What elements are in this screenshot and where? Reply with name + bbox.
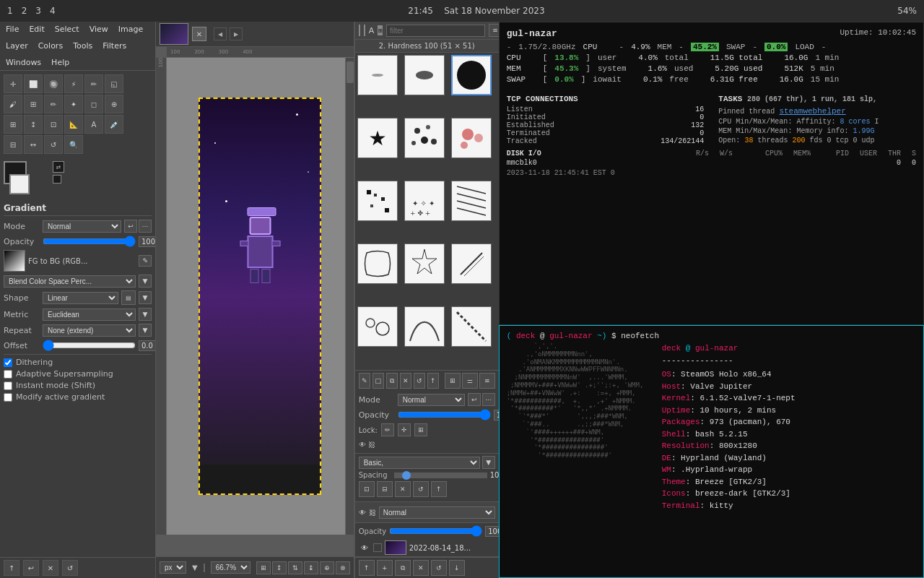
tool-pattern[interactable]: ⊞ [24,95,43,113]
tool-paint[interactable]: 🖌 [4,95,22,113]
tool-eraser[interactable]: ◻ [84,95,103,113]
pinned-thread-link[interactable]: steamwebhelper [779,107,845,116]
canvas-btn-6[interactable]: ⊗ [336,561,350,574]
delete-btn[interactable]: ✕ [43,560,58,576]
brush-paint-btn-1[interactable]: ⊞ [445,373,461,389]
brush-mode-more[interactable]: ⋯ [482,393,495,406]
brush-paint-btn-3[interactable]: ≡ [479,373,495,389]
brush-item-6[interactable] [451,118,492,158]
brush-paint-btn-2[interactable]: ⚌ [462,373,478,389]
shape-dropdown[interactable]: ▼ [139,291,152,304]
brush-item-13[interactable] [357,306,398,347]
brush-item-15[interactable] [451,306,492,347]
tool-crop[interactable]: ⊡ [44,115,63,134]
tool-align[interactable]: ⊞ [4,115,22,134]
spacing-slider[interactable] [394,473,487,478]
mode-extra-btn[interactable]: ⋯ [139,220,152,233]
canvas-btn-5[interactable]: ⊕ [320,561,334,574]
layer-export-btn[interactable]: ↑ [359,560,375,576]
layer-visibility-toggle[interactable]: 👁 [359,542,370,553]
zoom-select[interactable]: 66.7% [211,561,250,574]
tool-text[interactable]: A [84,115,103,134]
blend-color-dropdown[interactable]: ▼ [139,275,152,288]
tool-move[interactable]: ✛ [4,74,22,93]
tool-pencil[interactable]: ✏ [44,95,63,113]
workspace-1[interactable]: 1 [7,6,13,16]
tool-measure[interactable]: 📐 [64,115,83,134]
layer-opacity-slider[interactable] [389,525,482,537]
menu-file[interactable]: File [4,24,21,35]
brush-opt-copy[interactable]: ⧉ [386,373,398,389]
canvas-drawing-area[interactable] [167,58,354,535]
workspace-switcher[interactable]: 1 2 3 4 [7,6,56,16]
brush-opt-delete[interactable]: ✕ [400,373,411,389]
menu-edit[interactable]: Edit [27,24,46,35]
brush-opt-export[interactable]: ↑ [427,373,439,389]
canvas-btn-4[interactable]: ↨ [304,561,318,574]
tool-eyedropper[interactable]: 💉 [105,115,123,134]
gradient-edit-btn[interactable]: ✎ [139,255,152,267]
menu-windows[interactable]: Windows [4,57,43,68]
offset-value[interactable]: 0.0 [139,340,156,351]
workspace-2[interactable]: 2 [22,6,27,16]
menu-layer[interactable]: Layer [4,40,30,51]
background-color[interactable] [9,174,30,194]
workspace-4[interactable]: 4 [50,6,56,16]
brush-opt-new[interactable]: □ [372,373,384,389]
reset-colors-btn[interactable] [53,175,61,184]
canvas-btn-2[interactable]: ↕ [272,561,287,574]
layer-item[interactable]: 👁 2022-08-14_18... [355,539,499,557]
blend-color-select[interactable]: Blend Color Space Perc... [4,275,136,288]
undo-btn[interactable]: ↩ [23,560,39,576]
metric-select[interactable]: Euclidean [43,309,136,321]
mode-undo-btn[interactable]: ↩ [124,220,137,233]
paint-mode-normal[interactable]: ⊡ [359,481,375,497]
canvas-left-btn[interactable]: ◀ [214,27,227,40]
menu-colors[interactable]: Colors [36,40,65,51]
menu-tools[interactable]: Tools [71,40,95,51]
dithering-checkbox[interactable] [4,358,12,367]
brush-mode-undo[interactable]: ↩ [468,393,481,406]
brush-item-14[interactable] [404,306,445,347]
instant-mode-checkbox[interactable] [4,381,12,390]
opacity-slider[interactable] [43,236,136,247]
bg-swatch-small[interactable] [364,25,365,36]
modify-gradient-checkbox[interactable] [4,393,12,402]
brush-item-1[interactable] [357,55,398,95]
tool-paths[interactable]: ✏ [84,74,103,93]
tool-rect-select[interactable]: ⬜ [24,74,43,93]
refresh-btn[interactable]: ↺ [62,560,78,576]
preset-select[interactable]: Basic, [359,457,480,469]
paint-mode-refresh[interactable]: ↺ [413,481,429,497]
menu-select[interactable]: Select [53,24,82,35]
paint-mode-behind[interactable]: ⊟ [377,481,393,497]
preset-dropdown[interactable]: ▼ [482,456,495,469]
brush-item-3-selected[interactable] [451,55,492,95]
brush-opacity-slider[interactable] [398,409,491,420]
canvas-btn-1[interactable]: ⊞ [256,561,271,574]
canvas-btn-3[interactable]: ⇅ [288,561,302,574]
brush-item-4[interactable]: ★ [357,118,398,158]
adaptive-ss-checkbox[interactable] [4,370,12,379]
close-canvas-btn[interactable]: ✕ [192,27,206,41]
swap-colors-btn[interactable]: ⇄ [53,161,64,173]
brush-item-10[interactable] [357,243,398,284]
mode-select[interactable]: Normal [43,220,121,233]
tool-zoom[interactable]: 🔍 [64,135,83,154]
unit-select[interactable]: px [160,561,186,574]
menu-help[interactable]: Help [49,57,71,68]
brush-item-8[interactable]: ✦ ✧ ✦ + ✤ + [404,181,445,221]
export-btn[interactable]: ↑ [4,560,19,576]
paint-mode-export[interactable]: ↑ [431,481,447,497]
lock-alpha-btn[interactable]: ⊞ [414,423,427,436]
repeat-dropdown[interactable]: ▼ [139,324,152,337]
menu-image[interactable]: Image [116,24,145,35]
brush-mode-select[interactable]: Normal [398,394,465,406]
scrollbar-vertical[interactable] [345,58,354,535]
tool-perspective[interactable]: ⊟ [4,135,22,154]
lock-pos-btn[interactable]: ✛ [398,423,411,436]
tool-lasso[interactable]: 🔘 [44,74,63,93]
offset-slider[interactable] [43,340,136,351]
tool-transform[interactable]: ◱ [105,74,123,93]
layer-export2-btn[interactable]: ↓ [449,560,465,576]
